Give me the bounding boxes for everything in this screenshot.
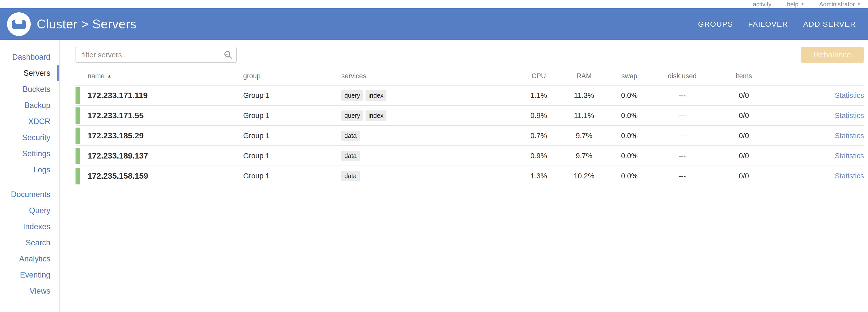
server-name: 172.233.171.55	[75, 111, 242, 120]
items-value: 0/0	[712, 91, 775, 100]
cpu-value: 0.7%	[516, 132, 561, 140]
sidebar-item-label: Backup	[24, 101, 50, 110]
sidebar-item-label: Views	[30, 287, 50, 295]
sidebar-item-label: Buckets	[23, 85, 50, 94]
sidebar-item-documents[interactable]: Documents	[0, 186, 59, 202]
sort-ascending-icon: ▲	[107, 73, 112, 79]
sidebar-item-logs[interactable]: Logs	[0, 162, 59, 178]
caret-down-icon: ▾	[858, 2, 860, 6]
page-title: Cluster > Servers	[37, 17, 136, 31]
server-name: 172.233.189.137	[75, 151, 242, 160]
ram-value: 11.1%	[561, 112, 607, 120]
swap-value: 0.0%	[607, 112, 652, 120]
app-header: Cluster > Servers GROUPS FAILOVER ADD SE…	[0, 8, 868, 40]
search-icon	[223, 50, 232, 59]
column-header-name[interactable]: name ▲	[75, 72, 242, 80]
table-row: 172.235.158.159 Group 1 data 1.3% 10.2% …	[75, 166, 864, 186]
statistics-link[interactable]: Statistics	[835, 112, 864, 120]
health-status-bar	[75, 128, 80, 144]
service-badge: data	[341, 171, 360, 181]
service-badge: query	[341, 111, 363, 121]
service-badge: data	[341, 131, 360, 141]
sidebar-item-analytics[interactable]: Analytics	[0, 251, 59, 267]
sidebar-item-settings[interactable]: Settings	[0, 146, 59, 162]
sidebar-item-servers[interactable]: Servers	[0, 65, 59, 81]
activity-link[interactable]: activity	[753, 1, 771, 8]
sidebar-item-label: Settings	[22, 149, 50, 158]
server-services: data	[340, 171, 516, 181]
add-server-button[interactable]: ADD SERVER	[803, 20, 856, 28]
sidebar-item-query[interactable]: Query	[0, 202, 59, 219]
server-services: data	[340, 131, 516, 141]
disk-used-value: ---	[652, 172, 712, 180]
sidebar-item-label: Servers	[23, 69, 50, 78]
table-row: 172.233.189.137 Group 1 data 0.9% 9.7% 0…	[75, 146, 864, 166]
sidebar-item-label: Indexes	[23, 222, 50, 231]
server-services: query index	[340, 111, 516, 121]
service-badge: query	[341, 90, 363, 101]
items-value: 0/0	[712, 152, 775, 160]
column-header-cpu[interactable]: CPU	[516, 72, 561, 80]
column-header-label: name	[88, 72, 105, 80]
failover-button[interactable]: FAILOVER	[748, 20, 788, 28]
rebalance-button[interactable]: Rebalance	[801, 47, 864, 63]
help-menu[interactable]: help ▾	[787, 1, 804, 8]
sidebar-item-label: Analytics	[19, 254, 50, 263]
sidebar-item-label: XDCR	[28, 117, 50, 126]
sidebar-item-label: Dashboard	[12, 53, 50, 62]
column-header-services[interactable]: services	[340, 72, 516, 80]
user-menu[interactable]: Administrator ▾	[819, 1, 860, 8]
filter-servers-input[interactable]	[75, 47, 237, 63]
column-header-ram[interactable]: RAM	[561, 72, 607, 80]
sidebar-item-buckets[interactable]: Buckets	[0, 81, 59, 97]
ram-value: 9.7%	[561, 132, 607, 140]
table-row: 172.233.171.55 Group 1 query index 0.9% …	[75, 106, 864, 126]
sidebar-item-views[interactable]: Views	[0, 283, 59, 299]
server-group: Group 1	[242, 172, 340, 180]
help-menu-label: help	[787, 1, 798, 8]
column-header-swap[interactable]: swap	[607, 72, 652, 80]
utility-bar: activity help ▾ Administrator ▾	[0, 0, 868, 8]
sidebar-item-eventing[interactable]: Eventing	[0, 267, 59, 283]
column-header-items[interactable]: items	[712, 72, 775, 80]
sidebar-item-dashboard[interactable]: Dashboard	[0, 49, 59, 65]
server-group: Group 1	[242, 152, 340, 160]
server-group: Group 1	[242, 91, 340, 100]
swap-value: 0.0%	[607, 91, 652, 100]
statistics-link[interactable]: Statistics	[835, 152, 864, 160]
health-status-bar	[75, 168, 80, 184]
table-row: 172.233.171.119 Group 1 query index 1.1%…	[75, 86, 864, 106]
couchbase-logo-icon	[7, 12, 31, 36]
column-header-disk-used[interactable]: disk used	[652, 72, 712, 80]
statistics-link[interactable]: Statistics	[835, 132, 864, 139]
sidebar-item-indexes[interactable]: Indexes	[0, 219, 59, 235]
server-name: 172.235.158.159	[75, 171, 242, 181]
items-value: 0/0	[712, 132, 775, 140]
health-status-bar	[75, 87, 80, 104]
sidebar-item-label: Logs	[33, 165, 50, 175]
sidebar-item-backup[interactable]: Backup	[0, 97, 59, 114]
service-badge: index	[366, 111, 387, 121]
servers-table: 172.233.171.119 Group 1 query index 1.1%…	[75, 85, 864, 186]
health-status-bar	[75, 107, 80, 124]
statistics-link[interactable]: Statistics	[835, 91, 864, 99]
sidebar-item-security[interactable]: Security	[0, 130, 59, 146]
user-menu-label: Administrator	[819, 1, 855, 8]
server-services: query index	[340, 90, 516, 101]
service-badge: index	[366, 90, 387, 101]
caret-down-icon: ▾	[802, 2, 804, 6]
filter-field	[75, 47, 237, 63]
groups-button[interactable]: GROUPS	[698, 20, 733, 28]
table-row: 172.233.185.29 Group 1 data 0.7% 9.7% 0.…	[75, 126, 864, 146]
statistics-link[interactable]: Statistics	[835, 172, 864, 180]
server-name: 172.233.171.119	[75, 91, 242, 100]
header-nav: GROUPS FAILOVER ADD SERVER	[698, 20, 856, 28]
swap-value: 0.0%	[607, 172, 652, 180]
sidebar-item-xdcr[interactable]: XDCR	[0, 114, 59, 130]
server-group: Group 1	[242, 132, 340, 140]
sidebar-item-search[interactable]: Search	[0, 235, 59, 251]
servers-table-header: name ▲ group services CPU RAM swap disk …	[75, 69, 864, 83]
disk-used-value: ---	[652, 91, 712, 100]
server-name: 172.233.185.29	[75, 131, 242, 141]
column-header-group[interactable]: group	[242, 72, 340, 80]
